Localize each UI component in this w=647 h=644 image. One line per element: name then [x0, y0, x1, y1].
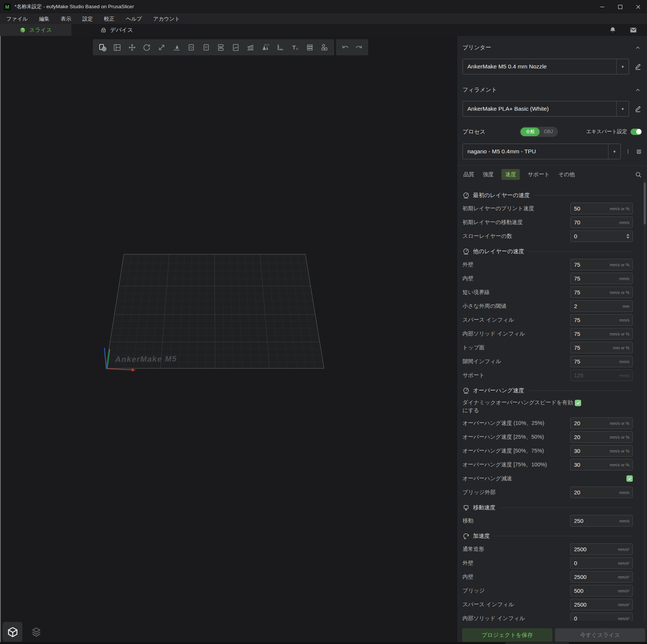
setting-input[interactable]: 0 mm/s² [570, 557, 633, 569]
toolbar-move-button[interactable] [125, 39, 140, 55]
setting-label: 通常造形 [463, 545, 570, 553]
setting-input[interactable]: 75 mm/s [570, 273, 633, 284]
checkbox-checked-icon[interactable] [626, 475, 633, 482]
process-preset-select[interactable]: nagano - M5 0.4mm - TPU ▾ [463, 144, 621, 159]
settings-tab-3[interactable]: サポート [527, 169, 550, 180]
toolbar-scale-button[interactable] [154, 39, 169, 55]
svg-text:O: O [190, 45, 193, 49]
setting-input[interactable]: 50 mm/s or % [570, 203, 633, 214]
view-mode-3d-button[interactable] [3, 622, 22, 642]
setting-input[interactable]: 2500 mm/s² [570, 571, 633, 583]
save-project-button[interactable]: プロジェクトを保存 [462, 628, 552, 642]
setting-unit: mm/s² [618, 575, 629, 579]
toolbar-copy-button[interactable]: O [184, 39, 199, 55]
setting-row: ブリッジ 500 mm/s² [463, 585, 633, 597]
toolbar-rotate-button[interactable] [140, 39, 155, 55]
setting-input[interactable]: 0 mm/s² [570, 613, 633, 621]
toolbar-auto-orient-button[interactable]: AUTO [258, 39, 273, 55]
setting-input[interactable]: 75 mm/s [570, 314, 633, 326]
chevron-up-icon[interactable] [635, 87, 641, 93]
filament-select[interactable]: AnkerMake PLA+ Basic (White) ▾ [463, 101, 629, 117]
setting-input[interactable]: 75 mm/s or % [570, 259, 633, 270]
menu-item-4[interactable]: 較正 [98, 13, 120, 24]
settings-tab-2[interactable]: 速度 [501, 169, 520, 180]
undo-icon[interactable] [341, 43, 350, 52]
redo-icon[interactable] [354, 43, 363, 52]
toolbar-assembly-button[interactable] [317, 39, 332, 55]
toolbar-place-on-face-button[interactable] [169, 39, 184, 55]
copy-icon: O [187, 43, 195, 52]
minimize-button[interactable] [593, 0, 611, 13]
cube-wireframe-icon [7, 626, 19, 638]
setting-input[interactable]: 70 mm/s [570, 217, 633, 228]
setting-input[interactable]: 75 mm/s [570, 356, 633, 367]
toolbar-arrange-button[interactable] [110, 39, 125, 55]
mail-icon[interactable] [629, 26, 637, 34]
viewport-3d[interactable]: AnkerMake M5 O P AUTO Ta [0, 36, 457, 644]
setting-input[interactable]: 2500 mm/s² [570, 599, 633, 610]
tab-slice[interactable]: スライス [0, 24, 71, 36]
settings-scrollbar[interactable] [644, 180, 646, 621]
save-preset-floppy-icon[interactable] [636, 148, 642, 155]
close-button[interactable] [629, 0, 647, 13]
setting-input[interactable]: 0 [570, 230, 633, 242]
setting-value: 0 [574, 615, 618, 621]
settings-tab-4[interactable]: その他 [558, 169, 576, 180]
menu-item-3[interactable]: 設定 [77, 13, 98, 24]
chevron-up-icon[interactable] [635, 45, 641, 50]
scrollbar-thumb[interactable] [644, 183, 646, 224]
setting-input[interactable]: 250 mm/s [570, 515, 633, 527]
setting-label: トップ面 [463, 344, 570, 352]
printer-icon [100, 27, 107, 33]
setting-label: 外壁 [463, 559, 570, 567]
toolbar-variable-layer-height-button[interactable] [214, 39, 229, 55]
toolbar-cut-button[interactable] [228, 39, 243, 55]
kebab-menu-icon[interactable] [625, 148, 631, 155]
setting-input[interactable]: 30 mm/s or % [570, 459, 633, 470]
toolbar-support-paint-button[interactable] [243, 39, 258, 55]
expert-settings-toggle[interactable] [631, 129, 642, 135]
view-mode-layers-button[interactable] [26, 622, 46, 642]
menu-item-1[interactable]: 編集 [33, 13, 55, 24]
setting-input[interactable]: 500 mm/s² [570, 585, 633, 597]
tab-device[interactable]: デバイス [85, 24, 149, 36]
menu-item-2[interactable]: 表示 [55, 13, 77, 24]
setting-input[interactable]: 2500 mm/s² [570, 543, 633, 555]
toolbar-text-button[interactable]: Ta [287, 39, 302, 55]
toolbar-seam-button[interactable] [302, 39, 317, 55]
setting-input[interactable]: 75 mm/s or % [570, 286, 633, 298]
search-icon[interactable] [635, 171, 642, 178]
edit-filament-pencil-icon[interactable] [634, 105, 642, 113]
maximize-button[interactable] [611, 0, 629, 13]
toolbar-paste-button[interactable]: P [199, 39, 214, 55]
setting-row: トップ面 75 mm or % [463, 342, 633, 353]
notifications-bell-icon[interactable] [609, 26, 617, 34]
setting-input[interactable]: 75 mm or % [570, 342, 633, 353]
toolbar-measure-button[interactable] [273, 39, 288, 55]
spinner-arrows-icon[interactable] [626, 234, 629, 239]
menu-item-0[interactable]: ファイル [1, 13, 33, 24]
setting-input[interactable]: 20 mm/s [570, 487, 633, 498]
settings-scroll-area[interactable]: 最初のレイヤーの速度 初期レイヤーのプリント速度 50 mm/s or % 初期… [457, 183, 647, 621]
seam-icon [306, 43, 314, 52]
process-mode-obj-pill[interactable]: OBJ [540, 128, 557, 135]
settings-tab-1[interactable]: 強度 [482, 169, 494, 180]
printer-select[interactable]: AnkerMake M5 0.4 mm Nozzle ▾ [463, 59, 629, 74]
menu-item-6[interactable]: アカウント [147, 13, 186, 24]
process-mode-global-pill[interactable]: 全般 [521, 128, 540, 136]
slice-now-button[interactable]: 今すぐスライス [555, 628, 645, 642]
setting-input[interactable]: 20 mm/s or % [570, 417, 633, 429]
menu-item-5[interactable]: ヘルプ [120, 13, 147, 24]
section-title: 移動速度 [473, 504, 495, 511]
edit-printer-pencil-icon[interactable] [634, 63, 642, 70]
setting-input[interactable]: 2 mm [570, 300, 633, 312]
main-tab-strip: スライス デバイス [0, 24, 647, 36]
setting-unit: mm/s² [618, 616, 629, 621]
settings-tab-0[interactable]: 品質 [463, 169, 475, 180]
setting-input[interactable]: 20 mm/s or % [570, 431, 633, 443]
setting-input[interactable]: 75 mm/s or % [570, 328, 633, 340]
setting-input[interactable]: 30 mm/s or % [570, 445, 633, 457]
setting-input: 125 mm/s [570, 369, 633, 381]
toolbar-add-model-button[interactable] [95, 39, 110, 55]
checkbox-checked-icon[interactable] [575, 400, 581, 406]
